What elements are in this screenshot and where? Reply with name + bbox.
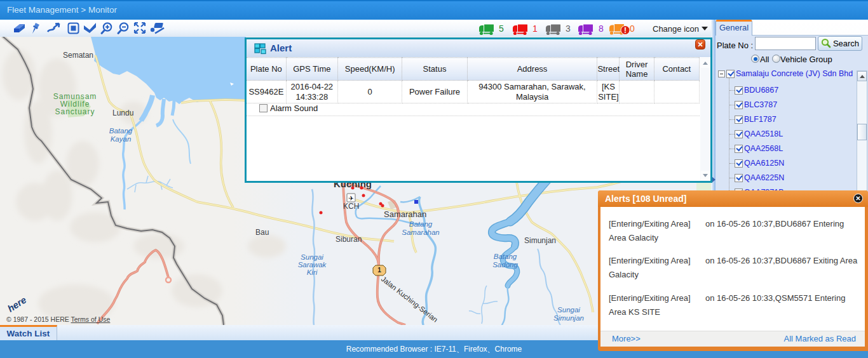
svg-text:Simunjan: Simunjan <box>553 314 584 322</box>
svg-text:Simunjan: Simunjan <box>524 236 556 245</box>
svg-text:1: 1 <box>377 267 381 274</box>
svg-text:Sematan: Sematan <box>63 51 93 60</box>
svg-text:Sarawak: Sarawak <box>298 261 327 268</box>
svg-text:Sanctuary: Sanctuary <box>55 107 95 116</box>
svg-text:Samarahan: Samarahan <box>384 209 426 219</box>
svg-text:✈: ✈ <box>348 195 353 202</box>
svg-text:Samarahan: Samarahan <box>402 229 439 236</box>
svg-text:Sungai: Sungai <box>301 253 323 261</box>
svg-text:Batang: Batang <box>109 127 133 135</box>
svg-text:Bau: Bau <box>255 228 269 237</box>
svg-text:Sungai: Sungai <box>557 306 580 314</box>
svg-text:Sadong: Sadong <box>492 261 518 268</box>
svg-text:Lundu: Lundu <box>112 109 133 117</box>
svg-text:!: ! <box>624 26 627 35</box>
svg-text:KCH: KCH <box>343 202 359 211</box>
svg-text:Batang: Batang <box>494 253 517 260</box>
svg-text:Kayan: Kayan <box>111 135 132 143</box>
svg-text:Batang: Batang <box>409 220 433 228</box>
svg-text:Kiri: Kiri <box>307 268 318 276</box>
svg-text:Siburan: Siburan <box>336 235 362 244</box>
